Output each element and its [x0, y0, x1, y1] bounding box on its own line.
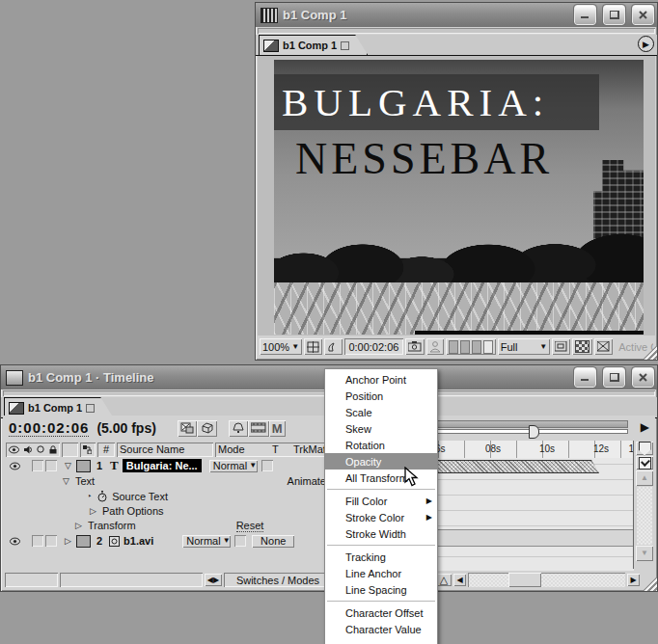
menu-item-opacity[interactable]: Opacity [325, 453, 437, 470]
scroll-up-button[interactable]: ▲ [636, 470, 653, 486]
lock-toggle[interactable] [45, 535, 57, 547]
scroll-right-button[interactable]: ▶ [627, 574, 640, 586]
scroll-left-button[interactable]: ◀ [453, 574, 466, 586]
layer1-preserve-toggle[interactable] [261, 460, 273, 471]
eye-icon[interactable] [10, 537, 20, 546]
wireframe-button[interactable] [594, 338, 613, 355]
zoom-out-button[interactable]: △ [436, 574, 452, 586]
layer2-trkmat-dropdown[interactable]: None [252, 535, 294, 548]
motion-blur-button[interactable]: M [269, 420, 286, 437]
resolution-dropdown[interactable]: Full ▼ [498, 338, 551, 355]
zoom-out-icon: △ [440, 574, 448, 586]
comp-tabstrip: b1 Comp 1 ▶ [256, 35, 657, 56]
timeline-tab-label: b1 Comp 1 [28, 402, 82, 414]
reset-link[interactable]: Reset [236, 520, 264, 532]
comp-frame-image[interactable]: BULGARIA: NESSEBAR [274, 60, 644, 335]
expand-triangle-icon[interactable]: ▷ [90, 506, 96, 516]
treeline [274, 222, 644, 287]
magnification-dropdown[interactable]: 100% ▼ [260, 338, 302, 355]
channel-swatches[interactable] [446, 338, 496, 355]
layer1-name[interactable]: Bulgaria: Ne... [123, 459, 202, 472]
menu-item-character-offset[interactable]: Character Offset [325, 604, 437, 621]
down-arrow-icon: ▼ [641, 550, 648, 557]
close-button[interactable] [632, 5, 654, 25]
lock-toggle[interactable] [45, 460, 57, 471]
comp-tab-closebox[interactable] [341, 41, 349, 50]
panel-menu-button[interactable]: ▶ [638, 36, 654, 52]
comp-timecode[interactable]: 0:00:02:06 [344, 338, 403, 355]
path-options-row[interactable]: ▷ Path Options [3, 503, 333, 519]
layer1-row[interactable]: ▽ 1 T Bulgaria: Ne... Normal ▼ [3, 458, 333, 473]
snapshot-button[interactable] [324, 338, 343, 355]
maximize-button[interactable] [603, 367, 625, 388]
menu-item-tracking[interactable]: Tracking [325, 549, 437, 565]
menu-item-all-transform[interactable]: All Transform [325, 470, 437, 486]
stopwatch-icon[interactable] [97, 491, 107, 502]
modes-column-header: Mode T TrkMat [215, 443, 331, 457]
source-text-row[interactable]: ‣ Source Text [3, 489, 333, 504]
expand-triangle-icon[interactable]: ▷ [75, 521, 82, 530]
solo-toggle[interactable] [32, 460, 43, 471]
comp-tab[interactable]: b1 Comp 1 [259, 35, 368, 55]
comp-titlebar[interactable]: b1 Comp 1 [256, 3, 657, 27]
menu-item-stroke-width[interactable]: Stroke Width [325, 525, 437, 542]
scroll-down-button[interactable]: ▼ [636, 546, 653, 561]
layer1-mode-dropdown[interactable]: Normal ▼ [209, 460, 258, 472]
horizontal-scrollbar[interactable] [468, 573, 625, 587]
menu-item-scale[interactable]: Scale [325, 404, 437, 420]
vertical-scrollbar[interactable] [637, 487, 652, 545]
live-update-button[interactable] [229, 420, 248, 437]
solo-circle-icon [37, 445, 44, 453]
frame-blending-button[interactable] [248, 420, 269, 437]
comp-marker-bin[interactable] [636, 442, 653, 455]
menu-item-fill-color[interactable]: Fill Color▶ [325, 493, 437, 509]
eye-icon[interactable] [10, 462, 20, 470]
layer2-label-swatch[interactable] [76, 535, 91, 548]
close-button[interactable] [632, 367, 654, 388]
panel-resize-button[interactable]: ◀▶ [205, 574, 222, 586]
menu-item-character-value[interactable]: Character Value [325, 621, 437, 637]
layer2-preserve-toggle[interactable] [234, 535, 246, 547]
switches-modes-toggle[interactable]: Switches / Modes [224, 573, 332, 587]
zoom-slider-handle[interactable] [529, 425, 539, 439]
menu-item-anchor-point[interactable]: Anchor Point [325, 371, 437, 388]
next-frame-arrow-icon[interactable]: ▶ [641, 420, 649, 434]
transparency-grid-button[interactable] [572, 338, 592, 355]
layer2-row[interactable]: ▷ 2 b1.avi Normal ▼ None [3, 533, 333, 549]
layer2-mode-dropdown[interactable]: Normal ▼ [182, 535, 231, 548]
show-channel-person-button[interactable] [426, 338, 444, 355]
region-of-interest-button[interactable] [552, 338, 570, 355]
layer2-name[interactable]: b1.avi [123, 535, 153, 547]
expand-triangle-icon[interactable]: ▷ [65, 536, 71, 546]
text-group-row[interactable]: ▽ Text Animate: [3, 473, 333, 489]
expand-triangle-icon[interactable]: ▽ [65, 461, 71, 470]
minimize-button[interactable] [574, 5, 596, 25]
comp-tab-label: b1 Comp 1 [283, 40, 337, 51]
timeline-timecode[interactable]: 0:00:02:06 [9, 419, 89, 437]
maximize-button[interactable] [603, 5, 625, 25]
comp-family-button[interactable] [197, 420, 217, 437]
comp-flowchart-button[interactable] [178, 420, 197, 437]
horizontal-scrollbar-thumb[interactable] [508, 573, 541, 587]
take-snapshot-camera-button[interactable] [405, 338, 425, 355]
safe-zones-button[interactable] [304, 338, 322, 355]
solo-toggle[interactable] [32, 535, 43, 547]
transform-row[interactable]: ▷ Transform Reset [3, 518, 333, 533]
comp-button[interactable] [636, 456, 653, 470]
animate-button[interactable]: Animate: [288, 475, 329, 487]
menu-item-skew[interactable]: Skew [325, 420, 437, 437]
timeline-tab[interactable]: b1 Comp 1 [4, 397, 113, 417]
expand-triangle-icon[interactable]: ▽ [63, 476, 69, 486]
menu-item-line-spacing[interactable]: Line Spacing [325, 581, 437, 598]
menu-item-position[interactable]: Position [325, 388, 437, 404]
checkerboard-icon [575, 340, 589, 353]
menu-item-line-anchor[interactable]: Line Anchor [325, 565, 437, 581]
timeline-tab-closebox[interactable] [86, 404, 95, 413]
menu-item-rotation[interactable]: Rotation [325, 437, 437, 453]
minimize-button[interactable] [574, 367, 596, 388]
name-panel-footer [60, 573, 203, 587]
menu-item-stroke-color[interactable]: Stroke Color▶ [325, 509, 437, 525]
source-name-column-header[interactable]: Source Name [117, 443, 213, 457]
dropdown-arrow-icon: ▼ [539, 343, 547, 351]
layer1-label-swatch[interactable] [76, 460, 91, 472]
